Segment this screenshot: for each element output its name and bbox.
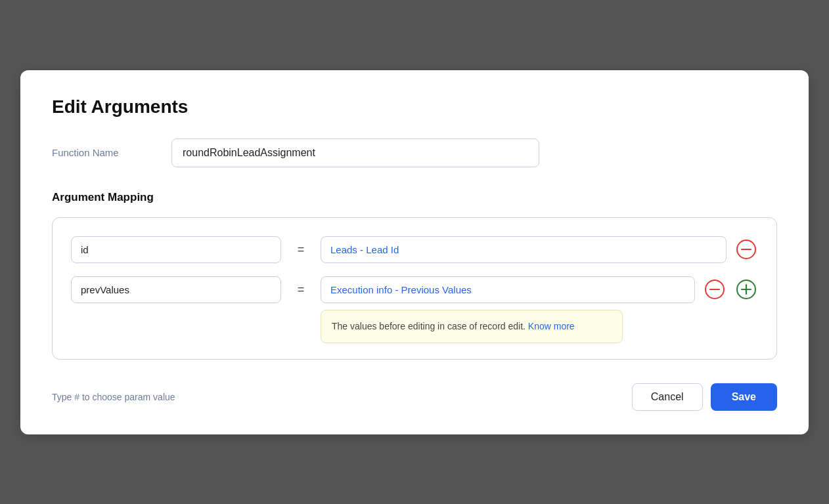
function-name-label: Function Name (52, 147, 150, 158)
section-title: Argument Mapping (52, 191, 777, 204)
remove-button-1[interactable] (734, 238, 758, 261)
arg-left-input-id[interactable] (71, 236, 281, 263)
remove-button-2[interactable] (703, 278, 727, 301)
info-box-text: The values before editing in case of rec… (332, 321, 528, 331)
equals-sign-1: = (293, 236, 309, 257)
arg-right-section-2: The values before editing in case of rec… (321, 276, 758, 343)
footer-buttons: Cancel Save (632, 383, 777, 411)
add-button-2[interactable] (734, 278, 758, 301)
arg-right-section-1 (321, 236, 758, 263)
function-name-row: Function Name (52, 138, 777, 167)
know-more-link[interactable]: Know more (528, 321, 575, 331)
equals-sign-2: = (293, 276, 309, 297)
footer-hint: Type # to choose param value (52, 392, 175, 402)
save-button[interactable]: Save (711, 383, 777, 411)
arg-right-row-1 (321, 236, 758, 263)
arg-right-input-execution[interactable] (321, 276, 695, 303)
edit-arguments-dialog: Edit Arguments Function Name Argument Ma… (20, 70, 809, 434)
arg-right-input-leads[interactable] (321, 236, 727, 263)
argument-row-2: = (71, 276, 758, 343)
argument-row: = (71, 236, 758, 263)
footer: Type # to choose param value Cancel Save (52, 383, 777, 411)
arg-right-row-2 (321, 276, 758, 303)
info-box: The values before editing in case of rec… (321, 310, 623, 343)
argument-mapping-container: = = (52, 217, 777, 360)
cancel-button[interactable]: Cancel (632, 383, 703, 411)
arg-left-input-prevvalues[interactable] (71, 276, 281, 303)
dialog-title: Edit Arguments (52, 96, 777, 117)
function-name-input[interactable] (171, 138, 539, 167)
